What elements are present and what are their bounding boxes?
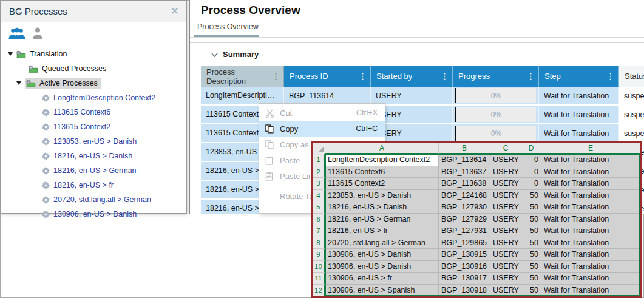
tree-item[interactable]: 113615 Context2 [1,120,186,134]
row-header[interactable]: 4 [313,190,325,202]
spreadsheet-cell[interactable]: Wait for Translation [541,285,640,297]
tree-expand-arrow[interactable] [16,81,21,85]
row-header[interactable]: 8 [313,237,325,249]
spreadsheet-cell[interactable]: BGP_130915 [439,249,490,261]
spreadsheet-cell[interactable]: 130906, en-US > Spanish [325,285,439,297]
tree-item-root[interactable]: Translation [1,47,186,61]
column-header-progress[interactable]: Progress⋮ [453,66,539,87]
spreadsheet-cell[interactable]: USERY [490,166,521,178]
user-icon[interactable] [32,27,43,39]
tree-item[interactable]: 123853, en-US > Danish [1,134,186,149]
spreadsheet-cell[interactable]: USERY [490,225,521,237]
row-header[interactable]: 2 [313,166,325,178]
spreadsheet-cell[interactable]: 50 [521,214,541,226]
spreadsheet-cell[interactable]: 50 [521,201,541,214]
tree-item[interactable]: Queued Processes [1,61,186,76]
spreadsheet-cell[interactable]: USERY [490,237,521,249]
spreadsheet-cell[interactable]: BGP_130918 [439,285,490,297]
spreadsheet-cell[interactable]: 50 [521,190,541,202]
column-header-a[interactable]: A [325,143,439,154]
spreadsheet-cell[interactable]: 113615 Context2 [325,178,439,190]
tree-item[interactable]: 20720, std.lang.all > German [1,192,186,207]
column-header-process-description[interactable]: Process Description⋮ [201,66,284,87]
select-all-corner[interactable] [313,143,325,154]
spreadsheet-cell[interactable]: BGP_124168 [439,190,490,202]
spreadsheet-cell[interactable]: 50 [521,225,541,237]
spreadsheet-cell[interactable]: 18216, en-US > German [325,214,439,226]
spreadsheet-cell[interactable]: 113615 Context6 [325,166,439,178]
spreadsheet-cell[interactable]: 130906, en-US > fr [325,273,439,285]
spreadsheet-cell[interactable]: 50 [521,261,541,273]
spreadsheet-cell[interactable]: USERY [490,190,521,202]
spreadsheet-cell[interactable]: USERY [490,154,521,166]
row-header[interactable]: 9 [313,249,325,261]
spreadsheet-cell[interactable]: USERY [490,285,521,297]
tree-item[interactable]: LongItemDescription Context2 [1,90,186,105]
spreadsheet-cell[interactable]: USERY [490,214,521,226]
spreadsheet-cell[interactable]: Wait for Translation [541,178,640,190]
summary-section-label[interactable]: Summary [223,50,259,59]
row-header[interactable]: 10 [313,261,325,273]
spreadsheet-cell[interactable]: BGP_113637 [439,166,490,178]
tree-item[interactable]: 113615 Context6 [1,105,186,120]
spreadsheet-cell[interactable]: 0 [521,154,541,166]
column-menu-icon[interactable]: ⋮ [359,73,367,80]
spreadsheet-cell[interactable]: BGP_130917 [439,273,490,285]
spreadsheet-cell[interactable]: LongItemDescription Context2 [325,154,439,166]
column-menu-icon[interactable]: ⋮ [527,73,535,80]
spreadsheet-cell[interactable]: Wait for Translation [541,225,640,237]
spreadsheet-cell[interactable]: 50 [521,249,541,261]
close-icon[interactable]: ✕ [171,6,179,16]
spreadsheet-cell[interactable]: BGP_129865 [439,237,490,249]
column-header-c[interactable]: C [490,143,521,154]
row-header[interactable]: 11 [313,273,325,285]
column-header-started-by[interactable]: Started by⋮ [371,66,453,87]
row-header[interactable]: 7 [313,225,325,237]
spreadsheet-cell[interactable]: Wait for Translation [541,214,640,226]
users-group-icon[interactable] [8,27,26,39]
column-header-status[interactable]: Status [619,66,644,87]
spreadsheet-cell[interactable]: BGP_127931 [439,225,490,237]
spreadsheet-cell[interactable]: 50 [521,285,541,297]
row-header[interactable]: 1 [313,154,325,166]
column-menu-icon[interactable]: ⋮ [606,73,614,80]
spreadsheet-cell[interactable]: 123853, en-US > Danish [325,190,439,202]
spreadsheet-cell[interactable]: Wait for Translation [541,273,640,285]
column-header-process-id[interactable]: Process ID⋮ [284,66,371,87]
spreadsheet-cell[interactable]: USERY [490,201,521,214]
column-menu-icon[interactable]: ⋮ [441,73,449,80]
spreadsheet-cell[interactable]: Wait for Translation [541,261,640,273]
spreadsheet-cell[interactable]: USERY [490,249,521,261]
column-header-d[interactable]: D [521,143,541,154]
row-header[interactable]: 6 [313,214,325,226]
spreadsheet-cell[interactable]: USERY [490,273,521,285]
tree-expand-arrow[interactable] [8,52,13,56]
spreadsheet-cell[interactable]: BGP_127929 [439,214,490,226]
spreadsheet-cell[interactable]: 20720, std.lang.all > German [325,237,439,249]
row-header[interactable]: 5 [313,201,325,214]
spreadsheet-cell[interactable]: USERY [490,178,521,190]
spreadsheet-cell[interactable]: Wait for Translation [541,201,640,214]
spreadsheet-cell[interactable]: 130906, en-US > Danish [325,261,439,273]
spreadsheet-cell[interactable]: Wait for Translation [541,154,640,166]
spreadsheet-cell[interactable]: 0 [521,178,541,190]
column-header-b[interactable]: B [439,143,490,154]
spreadsheet-cell[interactable]: BGP_127930 [439,201,490,214]
spreadsheet-cell[interactable]: BGP_113638 [439,178,490,190]
spreadsheet-cell[interactable]: Wait for Translation [541,249,640,261]
spreadsheet-cell[interactable]: 18216, en-US > Danish [325,201,439,214]
spreadsheet-cell[interactable]: Wait for Translation [541,166,640,178]
spreadsheet-cell[interactable]: BGP_113614 [439,154,490,166]
column-header-e[interactable]: E [541,143,640,154]
spreadsheet-cell[interactable]: 50 [521,237,541,249]
tree-item[interactable]: 18216, en-US > Danish [1,149,186,163]
spreadsheet-cell[interactable]: USERY [490,261,521,273]
tree-item[interactable]: 18216, en-US > German [1,163,186,178]
column-header-step[interactable]: Step⋮ [539,66,619,87]
spreadsheet-cell[interactable]: Wait for Translation [541,237,640,249]
tree-item[interactable]: 18216, en-US > fr [1,178,186,192]
spreadsheet-cell[interactable]: BGP_130916 [439,261,490,273]
spreadsheet-cell[interactable]: 50 [521,273,541,285]
spreadsheet-cell[interactable]: Wait for Translation [541,190,640,202]
menu-item-copy[interactable]: CopyCtrl+C [259,121,385,137]
